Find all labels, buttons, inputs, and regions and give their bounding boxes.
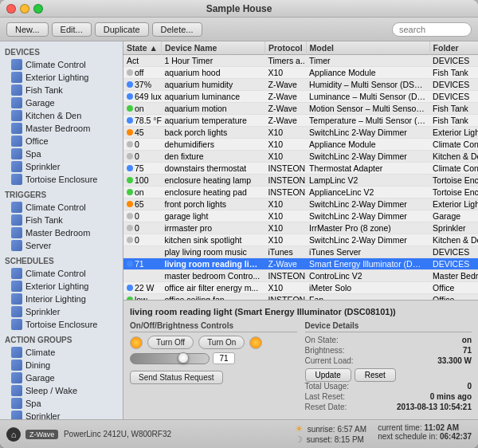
table-row[interactable]: 0irrmaster proX10IrrMaster Pro (8 zone)S… — [123, 222, 478, 234]
zwave-badge: Z-Wave — [25, 430, 58, 439]
sidebar-item-ag-sleep[interactable]: Sleep / Wake — [0, 384, 123, 397]
on-state-label: On State: — [305, 336, 339, 344]
sidebar-item-exterior-lighting[interactable]: Exterior Lighting — [0, 71, 123, 84]
cell-state: 0 — [123, 234, 162, 246]
duplicate-button[interactable]: Duplicate — [95, 22, 149, 37]
col-protocol[interactable]: Protocol — [265, 41, 307, 55]
cell-device-name: living room reading light — [162, 258, 265, 270]
sidebar-item-sched-climate[interactable]: Climate Control — [0, 267, 123, 280]
update-reset-row: Update Reset — [305, 368, 472, 382]
table-row[interactable]: 0dehumidifiersX10Appliance ModuleClimate… — [123, 139, 478, 151]
sidebar-item-sprinkler[interactable]: Sprinkler — [0, 160, 123, 173]
sidebar-item-kitchen-den[interactable]: Kitchen & Den — [0, 109, 123, 122]
cell-device-name: aquarium temperature — [162, 115, 265, 127]
table-row[interactable]: play living room musiciTunesiTunes Serve… — [123, 246, 478, 258]
sidebar-item-fish-tank[interactable]: Fish Tank — [0, 84, 123, 96]
table-row[interactable]: offaquarium hoodX10Appliance ModuleFish … — [123, 67, 478, 79]
col-folder[interactable]: Folder — [429, 41, 478, 55]
table-row[interactable]: 649 luxaquarium luminanceZ-WaveLuminance… — [123, 91, 478, 103]
cell-folder: Sprinkler — [429, 222, 478, 234]
cell-protocol: X10 — [265, 139, 307, 151]
sidebar-item-ag-dining[interactable]: Dining — [0, 359, 123, 371]
table-row[interactable]: 0den fixtureX10SwitchLinc 2-Way DimmerKi… — [123, 151, 478, 163]
col-model[interactable]: Model — [306, 41, 429, 55]
table-row[interactable]: 71living room reading lightZ-WaveSmart E… — [123, 258, 478, 270]
table-row[interactable]: 78.5 °Faquarium temperatureZ-WaveTempera… — [123, 115, 478, 127]
sidebar-item-ag-climate[interactable]: Climate — [0, 346, 123, 359]
cell-protocol: X10 — [265, 127, 307, 139]
cell-folder: Kitchen & Den — [429, 151, 478, 163]
folder-icon — [11, 411, 22, 419]
sidebar-item-triggers-climate[interactable]: Climate Control — [0, 201, 123, 214]
col-state[interactable]: State ▲ — [123, 41, 162, 55]
table-row[interactable]: 45back porch lightsX10SwitchLinc 2-Way D… — [123, 127, 478, 139]
cell-folder: Climate Contro — [429, 139, 478, 151]
send-status-button[interactable]: Send Status Request — [130, 371, 223, 384]
folder-icon — [11, 360, 22, 371]
sidebar-item-triggers-fish[interactable]: Fish Tank — [0, 214, 123, 226]
brightness-slider[interactable] — [130, 353, 210, 364]
sidebar-item-tortoise[interactable]: Tortoise Enclosure — [0, 173, 123, 186]
brightness-slider-row: 71 — [130, 352, 297, 364]
sidebar-item-spa[interactable]: Spa — [0, 147, 123, 160]
cell-folder: Office — [429, 282, 478, 294]
sidebar-item-triggers-server[interactable]: Server — [0, 239, 123, 252]
sidebar-item-sched-exterior[interactable]: Exterior Lighting — [0, 280, 123, 293]
sidebar-item-ag-spa[interactable]: Spa — [0, 397, 123, 410]
table-row[interactable]: lowoffice ceiling fanINSTEONFanOffice — [123, 294, 478, 301]
home-icon[interactable]: ⌂ — [6, 427, 21, 442]
turn-on-button[interactable]: Turn On — [198, 336, 245, 349]
table-row[interactable]: onenclosure heating padINSTEONApplianceL… — [123, 187, 478, 198]
cell-folder: Tortoise Encl. — [429, 187, 478, 198]
table-row[interactable]: onaquarium motionZ-WaveMotion Sensor – M… — [123, 103, 478, 115]
cell-protocol: INSTEON — [265, 175, 307, 187]
sidebar-item-sched-tortoise[interactable]: Tortoise Enclosure — [0, 318, 123, 331]
sidebar-item-climate-control[interactable]: Climate Control — [0, 58, 123, 71]
cell-device-name: downstairs thermostat — [162, 163, 265, 175]
table-row[interactable]: 22 Woffice air filter energy m...X10iMet… — [123, 282, 478, 294]
cell-device-name: aquarium humidity — [162, 79, 265, 91]
folder-icon — [11, 347, 22, 358]
table-row[interactable]: 100enclosure heating lampINSTEONLampLinc… — [123, 175, 478, 187]
maximize-button[interactable] — [33, 4, 43, 14]
table-row[interactable]: 37%aquarium humidityZ-WaveHumidity – Mul… — [123, 79, 478, 91]
cell-state: 0 — [123, 222, 162, 234]
table-row[interactable]: 0garage lightX10SwitchLinc 2-Way DimmerG… — [123, 210, 478, 222]
folder-icon — [11, 84, 22, 96]
col-device-name[interactable]: Device Name — [162, 41, 265, 55]
turn-off-button[interactable]: Turn Off — [147, 336, 194, 349]
folder-icon — [11, 59, 22, 70]
update-button[interactable]: Update — [305, 368, 351, 382]
sidebar-item-sched-interior[interactable]: Interior Lighting — [0, 293, 123, 305]
cell-model: Appliance Module — [306, 139, 429, 151]
sidebar-item-garage[interactable]: Garage — [0, 96, 123, 109]
sidebar-item-ag-garage[interactable]: Garage — [0, 371, 123, 384]
close-button[interactable] — [6, 4, 16, 14]
sidebar-item-ag-sprinkler[interactable]: Sprinkler — [0, 410, 123, 419]
sunrise-sunset: ☀ sunrise: 6:57 AM ☽ sunset: 8:15 PM — [295, 423, 366, 445]
table-row[interactable]: 0kitchen sink spotlightX10SwitchLinc 2-W… — [123, 234, 478, 246]
next-schedule-value: 06:42:37 — [440, 432, 472, 441]
table-row[interactable]: Act1 Hour TimerTimers a..TimerDEVICES — [123, 55, 478, 67]
folder-icon — [11, 281, 22, 292]
device-details-panel: Device Details On State: on Brightness: … — [305, 321, 472, 413]
table-row[interactable]: 65front porch lightsX10SwitchLinc 2-Way … — [123, 198, 478, 210]
table-row[interactable]: 75downstairs thermostatINSTEONThermostat… — [123, 163, 478, 175]
cell-folder: Tortoise Encl. — [429, 175, 478, 187]
sidebar-item-sched-sprinkler[interactable]: Sprinkler — [0, 305, 123, 318]
reset-button[interactable]: Reset — [355, 368, 396, 382]
table-row[interactable]: master bedroom Contro...INSTEONControLin… — [123, 270, 478, 282]
minimize-button[interactable] — [20, 4, 29, 14]
sidebar-item-triggers-master[interactable]: Master Bedroom — [0, 226, 123, 239]
search-input[interactable] — [392, 22, 472, 37]
next-schedule-row: next schedule in: 06:42:37 — [378, 432, 472, 441]
sidebar-item-office[interactable]: Office — [0, 135, 123, 147]
sidebar-item-master-bedroom[interactable]: Master Bedroom — [0, 122, 123, 135]
delete-button[interactable]: Delete... — [152, 22, 202, 37]
cell-protocol: Timers a.. — [265, 55, 307, 67]
edit-button[interactable]: Edit... — [52, 22, 92, 37]
cell-device-name: irrmaster pro — [162, 222, 265, 234]
cell-model: LampLinc V2 — [306, 175, 429, 187]
new-button[interactable]: New... — [6, 22, 49, 37]
cell-folder: Climate Contro — [429, 163, 478, 175]
